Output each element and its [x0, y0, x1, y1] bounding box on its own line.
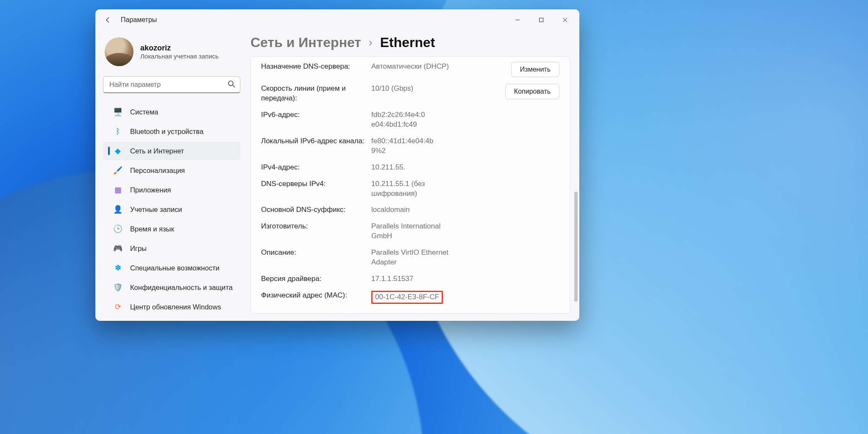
main: Сеть и Интернет › Ethernet Назначение DN… [248, 31, 579, 321]
property-row: IPv6-адрес:fdb2:2c26:f4e4:0e04:4bd1:fc49 [251, 107, 570, 133]
property-row: Назначение DNS-сервера:Автоматически (DH… [251, 58, 570, 81]
system-icon: 🖥️ [113, 107, 122, 117]
avatar [105, 37, 134, 66]
sidebar-item-label: Сеть и Интернет [130, 147, 184, 155]
property-row: IPv4-адрес:10.211.55. [251, 159, 570, 176]
property-value: fdb2:2c26:f4e4:0e04:4bd1:fc49 [371, 110, 481, 130]
window-controls [506, 11, 577, 28]
profile[interactable]: akozoriz Локальная учетная запись [103, 35, 240, 74]
active-bar [108, 127, 110, 136]
property-label: Изготовитель: [261, 222, 371, 231]
sidebar-item-apps[interactable]: ▦Приложения [103, 181, 240, 199]
active-bar [108, 244, 110, 253]
property-row: Версия драйвера:17.1.1.51537 [251, 271, 570, 287]
maximize-button[interactable] [529, 11, 553, 28]
breadcrumb-parent[interactable]: Сеть и Интернет [250, 35, 361, 50]
chevron-right-icon: › [369, 36, 373, 49]
sidebar-item-label: Игры [130, 245, 147, 253]
profile-subtitle: Локальная учетная запись [140, 53, 219, 60]
sidebar-item-priv[interactable]: 🛡️Конфиденциальность и защита [103, 278, 240, 297]
properties-panel: Назначение DNS-сервера:Автоматически (DH… [250, 56, 570, 314]
search [103, 76, 240, 93]
svg-rect-0 [540, 18, 543, 22]
property-label: Скорость линии (прием и передача): [261, 84, 371, 103]
property-label: Физический адрес (MAC): [261, 291, 371, 300]
sidebar-item-acc[interactable]: 👤Учетные записи [103, 200, 240, 219]
minimize-button[interactable] [506, 11, 529, 28]
property-label: DNS-серверы IPv4: [261, 179, 371, 189]
active-bar [108, 108, 110, 116]
net-icon: ◆ [113, 146, 122, 156]
titlebar: Параметры [95, 9, 579, 31]
active-bar [108, 186, 110, 194]
property-value: 00-1C-42-E3-8F-CF [371, 291, 481, 304]
scrollbar[interactable] [573, 73, 578, 314]
sidebar-item-label: Система [130, 108, 158, 116]
active-bar [108, 225, 110, 233]
property-label: Основной DNS-суффикс: [261, 205, 371, 215]
back-button[interactable] [101, 13, 115, 27]
active-bar [108, 264, 110, 272]
property-value: 10/10 (Gbps) [371, 84, 481, 94]
property-row: Основной DNS-суффикс:localdomain [251, 202, 570, 218]
property-value: fe80::41d1:4e04:4b9%2 [371, 136, 481, 156]
property-label: IPv6-адрес: [261, 110, 371, 120]
active-bar [108, 205, 110, 214]
sidebar-item-access[interactable]: ✽Специальные возможности [103, 259, 240, 277]
sidebar-item-label: Центр обновления Windows [130, 303, 221, 311]
sidebar-item-label: Приложения [130, 186, 171, 194]
property-label: Описание: [261, 248, 371, 258]
active-bar [108, 283, 110, 292]
sidebar-item-net[interactable]: ◆Сеть и Интернет [103, 142, 240, 160]
sidebar-item-system[interactable]: 🖥️Система [103, 103, 240, 121]
sidebar-item-time[interactable]: 🕒Время и язык [103, 220, 240, 238]
property-label: Локальный IPv6-адрес канала: [261, 136, 371, 146]
close-button[interactable] [553, 11, 577, 28]
sidebar-item-label: Учетные записи [130, 206, 182, 214]
search-input[interactable] [103, 76, 240, 93]
breadcrumb: Сеть и Интернет › Ethernet [248, 35, 579, 56]
sidebar-item-label: Персонализация [130, 167, 185, 175]
acc-icon: 👤 [113, 205, 122, 214]
breadcrumb-current: Ethernet [380, 35, 435, 50]
property-value: 10.211.55. [371, 163, 481, 172]
property-value: 17.1.1.51537 [371, 274, 481, 284]
app-title: Параметры [121, 16, 157, 24]
pers-icon: 🖌️ [113, 166, 122, 175]
sidebar-item-game[interactable]: 🎮Игры [103, 239, 240, 258]
property-value: Автоматически (DHCP) [371, 62, 481, 72]
sidebar-item-label: Время и язык [130, 225, 174, 233]
sidebar-item-bt[interactable]: ᛒBluetooth и устройства [103, 122, 240, 141]
sidebar-item-pers[interactable]: 🖌️Персонализация [103, 161, 240, 180]
svg-point-1 [228, 81, 233, 86]
scrollbar-thumb[interactable] [574, 192, 578, 302]
active-bar [108, 166, 110, 175]
property-value: Parallels VirtIO EthernetAdapter [371, 248, 481, 267]
upd-icon: ⟳ [113, 302, 122, 312]
game-icon: 🎮 [113, 244, 122, 253]
sidebar-item-upd[interactable]: ⟳Центр обновления Windows [103, 298, 240, 316]
copy-button[interactable]: Копировать [505, 84, 559, 99]
mac-address-highlight: 00-1C-42-E3-8F-CF [371, 291, 443, 304]
active-bar [108, 147, 110, 155]
time-icon: 🕒 [113, 224, 122, 234]
bt-icon: ᛒ [113, 127, 122, 136]
property-value: localdomain [371, 205, 481, 215]
property-row: Локальный IPv6-адрес канала:fe80::41d1:4… [251, 133, 570, 159]
settings-window: Параметры akozoriz Локальная учетная зап… [95, 9, 579, 321]
active-bar [108, 303, 110, 311]
property-row: Описание:Parallels VirtIO EthernetAdapte… [251, 245, 570, 271]
property-label: IPv4-адрес: [261, 163, 371, 172]
apps-icon: ▦ [113, 185, 122, 195]
access-icon: ✽ [113, 263, 122, 273]
property-value: 10.211.55.1 (безшифрования) [371, 179, 481, 199]
property-row: Изготовитель:Parallels InternationalGmbH [251, 218, 570, 245]
property-row: Физический адрес (MAC):00-1C-42-E3-8F-CF [251, 287, 570, 307]
search-icon [228, 80, 235, 89]
sidebar: akozoriz Локальная учетная запись 🖥️Сист… [95, 31, 248, 321]
edit-button[interactable]: Изменить [511, 62, 559, 77]
nav: 🖥️СистемаᛒBluetooth и устройства◆Сеть и … [103, 103, 240, 316]
property-label: Назначение DNS-сервера: [261, 62, 371, 72]
property-row: DNS-серверы IPv4:10.211.55.1 (безшифрова… [251, 176, 570, 202]
sidebar-item-label: Специальные возможности [130, 264, 220, 272]
